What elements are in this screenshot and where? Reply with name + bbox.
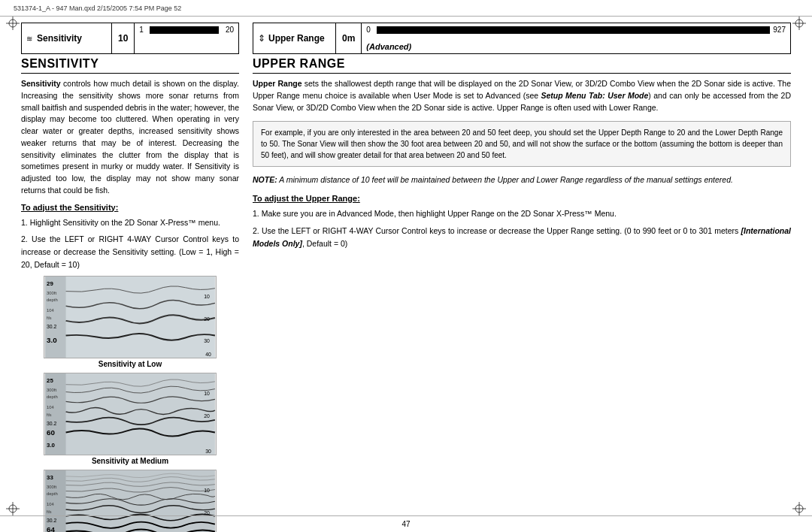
sensitivity-value[interactable]: 10 (112, 23, 135, 53)
upper-range-icon: ⇕ (258, 33, 265, 44)
upper-range-step-1-num: 1. (253, 209, 259, 218)
left-column: ≋ Sensitivity 10 1 20 SENSITIVITY (21, 23, 239, 532)
reg-mark-bl (6, 502, 20, 515)
upper-range-label-text: Upper Range (268, 33, 325, 44)
reg-mark-br (792, 502, 806, 515)
svg-text:depth: depth (47, 394, 58, 399)
upper-range-step-1-text: Make sure you are in Advanced Mode, then… (262, 209, 617, 218)
sensitivity-intro: Sensitivity controls how much detail is … (21, 78, 239, 197)
sensitivity-step-1-text: 1. Highlight Sensitivity on the 2D Sonar… (21, 218, 220, 227)
advanced-label-text: (Advanced) (366, 42, 411, 51)
note-body: A minimum distance of 10 feet will be ma… (279, 175, 733, 184)
reg-mark-tl (6, 17, 20, 30)
sonar-medium-screen: 25 300ft depth 104 ft/s 30.2 60 3.0 (44, 373, 217, 455)
svg-text:300ft: 300ft (47, 387, 56, 391)
upper-range-step-2: 2. Use the LEFT or RIGHT 4-WAY Cursor Co… (253, 225, 791, 250)
svg-text:29: 29 (47, 280, 53, 286)
svg-text:30: 30 (205, 449, 211, 454)
svg-text:30.2: 30.2 (47, 420, 57, 425)
note-label: NOTE: (253, 175, 277, 184)
svg-text:ft/s: ft/s (47, 316, 52, 320)
svg-text:33: 33 (47, 473, 53, 480)
sensitivity-bar-min: 1 (139, 26, 147, 34)
svg-text:25: 25 (47, 376, 53, 383)
sonar-medium-caption: Sensitivity at Medium (92, 457, 168, 465)
upper-range-steps: 1. Make sure you are in Advanced Mode, t… (253, 207, 791, 249)
upper-range-bar-max: 927 (773, 26, 786, 34)
upper-range-adjust-heading: To adjust the Upper Range: (253, 194, 791, 203)
header-text: 531374-1_A - 947 Man.qxd 2/15/2005 7:54 … (14, 5, 181, 12)
svg-text:104: 104 (47, 308, 55, 313)
upper-range-intro-bold: Upper Range (253, 79, 302, 88)
svg-text:40: 40 (205, 352, 211, 357)
svg-text:30.2: 30.2 (47, 323, 57, 328)
svg-text:10: 10 (204, 488, 210, 493)
sonar-medium-item: 25 300ft depth 104 ft/s 30.2 60 3.0 (21, 373, 239, 465)
setup-menu-ref: Setup Menu Tab: User Mode (541, 91, 649, 100)
upper-range-value[interactable]: 0m (336, 23, 362, 53)
svg-text:30: 30 (204, 338, 210, 343)
sonar-images-container: 29 300ft depth 104 ft/s 30.2 3.0 (21, 276, 239, 532)
intl-models-italic: [International Models Only] (253, 226, 791, 248)
sensitivity-bar-track[interactable] (150, 26, 219, 34)
sensitivity-label-box: ≋ Sensitivity (22, 23, 112, 53)
upper-range-step-2-num: 2. (253, 226, 259, 235)
page-footer: 47 (0, 515, 812, 532)
sensitivity-steps: 1. Highlight Sensitivity on the 2D Sonar… (21, 216, 239, 271)
svg-text:104: 104 (47, 405, 55, 410)
sensitivity-section-title: SENSITIVITY (21, 57, 239, 74)
upper-range-bar-row: 0 927 (366, 26, 786, 34)
svg-text:10: 10 (204, 391, 210, 396)
upper-range-bar-track[interactable] (377, 26, 770, 34)
sonar-low-svg: 29 300ft depth 104 ft/s 30.2 3.0 (44, 277, 216, 358)
sensitivity-label: Sensitivity (37, 33, 82, 44)
reg-mark-tr (792, 17, 806, 30)
sensitivity-icon: ≋ (26, 35, 32, 43)
sonar-medium-svg: 25 300ft depth 104 ft/s 30.2 60 3.0 (44, 373, 216, 455)
sensitivity-intro-rest: controls how much detail is shown on the… (21, 79, 239, 195)
upper-range-note: NOTE: A minimum distance of 10 feet will… (253, 174, 791, 186)
upper-range-info-box: For example, if you are only interested … (253, 121, 791, 167)
svg-text:20: 20 (204, 316, 210, 322)
svg-text:10: 10 (204, 294, 210, 299)
sensitivity-bar-box: 1 20 (135, 23, 238, 53)
svg-text:3.0: 3.0 (47, 442, 56, 449)
svg-text:ft/s: ft/s (47, 413, 52, 417)
sensitivity-bar-fill (150, 26, 184, 34)
upper-range-bar-fill (377, 26, 384, 34)
svg-text:300ft: 300ft (47, 484, 56, 488)
svg-text:ft/s: ft/s (47, 510, 52, 514)
svg-text:104: 104 (47, 502, 55, 506)
svg-text:300ft: 300ft (47, 290, 56, 295)
page-header: 531374-1_A - 947 Man.qxd 2/15/2005 7:54 … (0, 0, 812, 17)
right-column: ⇕ Upper Range 0m 0 927 (Advanced) (253, 23, 791, 532)
svg-text:20: 20 (204, 413, 210, 419)
upper-range-widget: ⇕ Upper Range 0m 0 927 (Advanced) (253, 23, 791, 54)
upper-range-label-box: ⇕ Upper Range (253, 23, 336, 53)
sensitivity-bar-row: 1 20 (139, 26, 234, 34)
advanced-label: (Advanced) (366, 42, 786, 51)
svg-text:20: 20 (204, 510, 210, 515)
svg-text:3.0: 3.0 (47, 336, 57, 344)
sensitivity-step-2: 2. Use the LEFT or RIGHT 4-WAY Cursor Co… (21, 233, 239, 271)
sensitivity-widget: ≋ Sensitivity 10 1 20 (21, 23, 239, 54)
svg-text:depth: depth (47, 491, 58, 496)
upper-range-section-title: UPPER RANGE (253, 57, 791, 74)
sensitivity-step-2-text: 2. Use the LEFT or RIGHT 4-WAY Cursor Co… (21, 234, 239, 269)
upper-range-bar-min: 0 (366, 26, 374, 34)
sonar-low-item: 29 300ft depth 104 ft/s 30.2 3.0 (21, 276, 239, 368)
sensitivity-intro-bold: Sensitivity (21, 79, 61, 88)
upper-range-step-2-text: Use the LEFT or RIGHT 4-WAY Cursor Contr… (253, 226, 791, 248)
sonar-low-caption: Sensitivity at Low (98, 360, 162, 368)
sensitivity-step-1: 1. Highlight Sensitivity on the 2D Sonar… (21, 216, 239, 229)
columns-layout: ≋ Sensitivity 10 1 20 SENSITIVITY (21, 17, 791, 532)
info-box-text: For example, if you are only interested … (261, 128, 783, 159)
svg-text:60: 60 (47, 428, 55, 437)
upper-range-bar-box: 0 927 (Advanced) (362, 23, 790, 53)
upper-range-step-1: 1. Make sure you are in Advanced Mode, t… (253, 207, 791, 220)
upper-range-intro: Upper Range sets the shallowest depth ra… (253, 78, 791, 113)
sensitivity-bar-max: 20 (222, 26, 234, 34)
sensitivity-adjust-heading: To adjust the Sensitivity: (21, 203, 239, 212)
page-number: 47 (401, 520, 410, 528)
main-content: ≋ Sensitivity 10 1 20 SENSITIVITY (21, 17, 791, 511)
